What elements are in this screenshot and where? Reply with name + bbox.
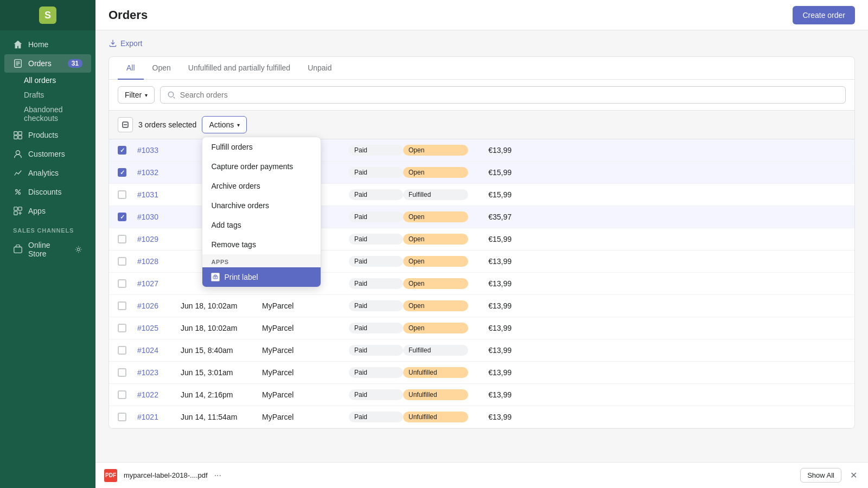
sidebar-item-all-orders[interactable]: All orders [24, 73, 91, 87]
sidebar-item-label: Analytics [28, 169, 59, 177]
deselect-button[interactable] [118, 117, 133, 132]
sidebar-item-online-store[interactable]: Online Store [4, 236, 91, 262]
archive-orders-item[interactable]: Archive orders [202, 176, 321, 196]
order-number[interactable]: #1024 [137, 346, 181, 355]
order-number[interactable]: #1030 [137, 213, 181, 221]
order-number[interactable]: #1023 [137, 368, 181, 377]
tab-unfulfilled[interactable]: Unfulfilled and partially fulfilled [180, 57, 299, 80]
status-badge: Open [403, 211, 468, 222]
search-input[interactable] [180, 91, 839, 99]
order-shipping: MyParcel [262, 368, 349, 377]
row-checkbox[interactable] [118, 279, 126, 288]
row-checkbox[interactable] [118, 324, 126, 332]
filter-chevron-icon: ▾ [145, 92, 148, 98]
row-checkbox[interactable] [118, 168, 126, 177]
unarchive-orders-item[interactable]: Unarchive orders [202, 196, 321, 215]
selection-bar: 3 orders selected Actions ▾ Fulfill orde… [109, 111, 854, 139]
table-row[interactable]: #1021 Jun 14, 11:54am MyParcel Paid Unfu… [109, 406, 854, 428]
print-label-item[interactable]: Print label [202, 267, 321, 287]
order-number[interactable]: #1021 [137, 413, 181, 421]
table-row[interactable]: #1022 Jun 14, 2:16pm MyParcel Paid Unful… [109, 384, 854, 406]
print-label-icon [211, 273, 220, 281]
payment-badge: Paid [349, 389, 403, 400]
order-number[interactable]: #1026 [137, 301, 181, 310]
order-date: Jun 15, 3:01am [181, 368, 262, 377]
payment-badge: Paid [349, 300, 403, 311]
order-number[interactable]: #1032 [137, 168, 181, 177]
online-store-icon [13, 245, 23, 254]
order-number[interactable]: #1027 [137, 279, 181, 288]
table-row[interactable]: #1026 Jun 18, 10:02am MyParcel Paid Open… [109, 295, 854, 317]
row-checkbox[interactable] [118, 413, 126, 421]
sidebar-item-apps[interactable]: Apps [4, 202, 91, 220]
capture-payments-item[interactable]: Capture order payments [202, 157, 321, 176]
status-badge: Unfulfilled [403, 367, 468, 378]
status-badge: Open [403, 323, 468, 333]
fulfill-orders-item[interactable]: Fulfill orders [202, 137, 321, 157]
tab-open[interactable]: Open [144, 57, 180, 80]
order-number[interactable]: #1022 [137, 390, 181, 399]
settings-icon[interactable] [74, 245, 82, 254]
order-number[interactable]: #1025 [137, 324, 181, 332]
order-number[interactable]: #1031 [137, 190, 181, 199]
sidebar-item-discounts[interactable]: Discounts [4, 183, 91, 201]
content-area: Export All Open Unfulfilled and partiall… [95, 30, 868, 462]
export-label: Export [120, 39, 142, 48]
sidebar-item-products[interactable]: Products [4, 126, 91, 144]
tabs: All Open Unfulfilled and partially fulfi… [109, 57, 854, 80]
row-checkbox[interactable] [118, 346, 126, 355]
sidebar-item-analytics[interactable]: Analytics [4, 164, 91, 182]
row-checkbox[interactable] [118, 301, 126, 310]
row-checkbox[interactable] [118, 146, 126, 155]
table-row[interactable]: #1024 Jun 15, 8:40am MyParcel Paid Fulfi… [109, 339, 854, 362]
filter-button[interactable]: Filter ▾ [118, 86, 155, 104]
close-bottom-button[interactable]: ✕ [848, 468, 859, 483]
order-amount: €15,99 [468, 190, 512, 199]
order-number[interactable]: #1033 [137, 146, 181, 155]
sidebar-item-drafts[interactable]: Drafts [24, 88, 91, 102]
svg-rect-7 [18, 136, 22, 139]
show-all-button[interactable]: Show All [800, 468, 841, 483]
create-order-button[interactable]: Create order [793, 6, 855, 24]
sidebar-item-abandoned-checkouts[interactable]: Abandoned checkouts [24, 102, 91, 125]
remove-tags-item[interactable]: Remove tags [202, 235, 321, 254]
sidebar-item-orders[interactable]: Orders 31 [4, 54, 91, 73]
tab-all[interactable]: All [118, 57, 144, 80]
row-checkbox[interactable] [118, 368, 126, 377]
sidebar-item-home[interactable]: Home [4, 35, 91, 54]
export-link[interactable]: Export [108, 39, 855, 48]
svg-point-17 [168, 92, 173, 97]
customers-icon [13, 149, 23, 159]
payment-badge: Paid [349, 367, 403, 378]
row-checkbox[interactable] [118, 390, 126, 399]
table-row[interactable]: #1023 Jun 15, 3:01am MyParcel Paid Unful… [109, 362, 854, 384]
print-label-label: Print label [224, 273, 258, 281]
payment-badge: Paid [349, 412, 403, 422]
discounts-icon [13, 187, 23, 197]
status-badge: Open [403, 278, 468, 289]
actions-button[interactable]: Actions ▾ [202, 116, 247, 133]
add-tags-item[interactable]: Add tags [202, 215, 321, 235]
row-checkbox[interactable] [118, 235, 126, 243]
order-number[interactable]: #1028 [137, 257, 181, 266]
order-number[interactable]: #1029 [137, 235, 181, 243]
order-date: Jun 14, 11:54am [181, 413, 262, 421]
payment-badge: Paid [349, 256, 403, 267]
search-toolbar: Filter ▾ [109, 80, 854, 111]
status-badge: Fulfilled [403, 345, 468, 356]
row-checkbox[interactable] [118, 257, 126, 266]
row-checkbox[interactable] [118, 213, 126, 221]
payment-badge: Paid [349, 278, 403, 289]
shopify-logo: S [39, 7, 56, 24]
tab-unpaid[interactable]: Unpaid [299, 57, 340, 80]
apps-section-label: APPS [202, 254, 321, 267]
svg-rect-15 [14, 247, 22, 253]
order-amount: €15,99 [468, 235, 512, 243]
order-date: Jun 15, 8:40am [181, 346, 262, 355]
table-row[interactable]: #1025 Jun 18, 10:02am MyParcel Paid Open… [109, 317, 854, 339]
more-options-button[interactable]: ··· [214, 471, 221, 480]
order-date: Jun 18, 10:02am [181, 301, 262, 310]
deselect-icon [122, 121, 129, 128]
row-checkbox[interactable] [118, 190, 126, 199]
sidebar-item-customers[interactable]: Customers [4, 145, 91, 163]
